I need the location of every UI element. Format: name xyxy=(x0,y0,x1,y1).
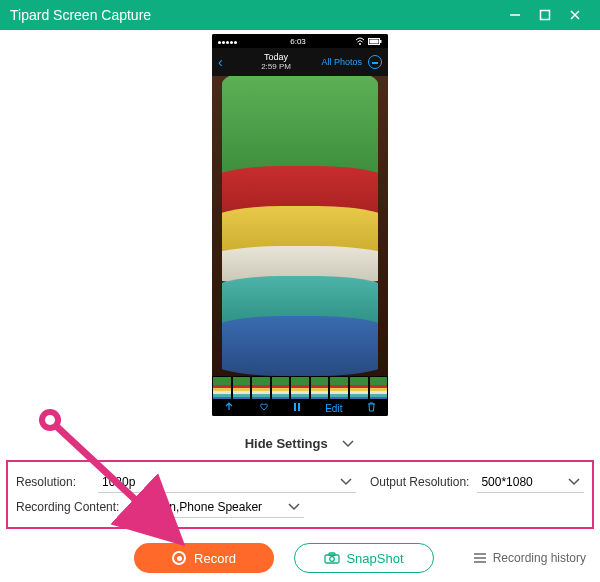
share-icon xyxy=(224,402,234,414)
title-bar: Tipard Screen Capture xyxy=(0,0,600,30)
record-button[interactable]: Record xyxy=(134,543,274,573)
svg-rect-1 xyxy=(541,11,550,20)
output-resolution-value: 500*1080 xyxy=(481,475,532,489)
recording-history-label: Recording history xyxy=(493,551,586,565)
chevron-down-icon xyxy=(340,475,352,489)
recording-content-label: Recording Content: xyxy=(16,500,126,514)
chevron-down-icon xyxy=(341,437,355,452)
record-label: Record xyxy=(194,551,236,566)
svg-point-11 xyxy=(330,557,335,562)
resolution-label: Resolution: xyxy=(16,475,90,489)
edit-label: Edit xyxy=(325,403,342,414)
list-icon xyxy=(473,552,487,564)
preview-area: 6:03 ‹ Today 2:59 PM All Photos xyxy=(0,30,600,430)
snapshot-button[interactable]: SnapShot xyxy=(294,543,434,573)
hide-settings-label: Hide Settings xyxy=(245,436,328,451)
phone-nav-bar: ‹ Today 2:59 PM All Photos xyxy=(212,48,388,76)
resolution-value: 1080p xyxy=(102,475,135,489)
svg-rect-8 xyxy=(294,403,296,411)
button-row: Record SnapShot Recording history xyxy=(0,529,600,573)
phone-clock: 6:03 xyxy=(241,37,355,46)
output-resolution-select[interactable]: 500*1080 xyxy=(477,471,584,493)
recording-content-select[interactable]: Screen,Phone Speaker xyxy=(134,496,304,518)
pause-icon xyxy=(293,402,301,414)
recording-content-value: Screen,Phone Speaker xyxy=(138,500,262,514)
phone-thumbnail-strip xyxy=(212,376,388,400)
maximize-button[interactable] xyxy=(530,0,560,30)
signal-dots-icon xyxy=(218,37,238,46)
phone-nav-subtitle: 2:59 PM xyxy=(231,63,322,72)
record-icon xyxy=(172,551,186,565)
heart-icon xyxy=(259,402,269,414)
phone-preview: 6:03 ‹ Today 2:59 PM All Photos xyxy=(212,34,388,416)
settings-panel: Resolution: 1080p Output Resolution: 500… xyxy=(6,460,594,529)
svg-rect-7 xyxy=(380,40,382,43)
close-button[interactable] xyxy=(560,0,590,30)
camera-icon xyxy=(324,552,340,564)
svg-rect-9 xyxy=(298,403,300,411)
trash-icon xyxy=(367,402,376,414)
output-resolution-label: Output Resolution: xyxy=(370,475,469,489)
svg-rect-12 xyxy=(329,553,335,556)
wifi-icon xyxy=(355,37,365,45)
recording-history-link[interactable]: Recording history xyxy=(473,551,586,565)
phone-photo xyxy=(212,76,388,376)
chevron-down-icon xyxy=(568,475,580,489)
chevron-down-icon xyxy=(288,500,300,514)
snapshot-label: SnapShot xyxy=(346,551,403,566)
phone-all-photos: All Photos xyxy=(321,57,362,67)
app-title: Tipard Screen Capture xyxy=(10,7,500,23)
phone-status-bar: 6:03 xyxy=(212,34,388,48)
minimize-button[interactable] xyxy=(500,0,530,30)
svg-rect-6 xyxy=(370,39,379,43)
hide-settings-toggle[interactable]: Hide Settings xyxy=(0,430,600,460)
battery-icon xyxy=(368,38,382,45)
phone-back-icon: ‹ xyxy=(218,54,223,70)
phone-indicators xyxy=(355,37,382,45)
resolution-select[interactable]: 1080p xyxy=(98,471,356,493)
phone-details-icon xyxy=(368,55,382,69)
phone-toolbar: Edit xyxy=(212,400,388,416)
svg-point-4 xyxy=(359,43,361,45)
